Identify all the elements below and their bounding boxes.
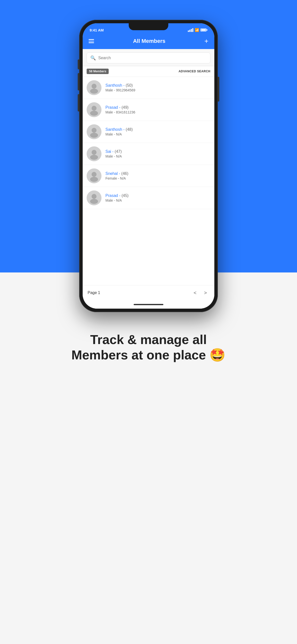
pagination-bar: Page 1 < > — [83, 285, 214, 300]
search-container: 🔍 — [83, 49, 214, 66]
avatar — [87, 190, 101, 205]
member-detail: Male - 8341611236 — [105, 110, 210, 114]
list-item[interactable]: Prasad - (49) Male - 8341611236 — [83, 99, 214, 121]
list-item[interactable]: Sai - (47) Male - N/A — [83, 143, 214, 165]
app-header: All Members + — [83, 35, 214, 49]
member-info: Santhosh - (48) Male - N/A — [105, 127, 210, 136]
list-item[interactable]: Snehal - (46) Female - N/A — [83, 165, 214, 187]
member-name: Snehal - (46) — [105, 172, 210, 176]
avatar — [87, 80, 101, 95]
volume-down-button — [78, 94, 79, 112]
svg-point-2 — [92, 106, 96, 111]
svg-point-11 — [90, 199, 98, 204]
tagline-text: Track & manage allMembers at one place 🤩 — [71, 332, 226, 363]
page-label: Page 1 — [88, 290, 100, 295]
member-info: Prasad - (45) Male - N/A — [105, 194, 210, 202]
member-name: Santhosh - (48) — [105, 127, 210, 132]
page-title: All Members — [133, 38, 165, 44]
next-page-button[interactable]: > — [202, 289, 209, 297]
avatar — [87, 146, 101, 161]
phone-screen: 9:41 AM 📶 — [83, 23, 214, 308]
member-name: Sai - (47) — [105, 149, 210, 154]
add-member-button[interactable]: + — [204, 38, 208, 44]
power-button — [218, 77, 219, 102]
member-detail: Male - 9912964569 — [105, 88, 210, 92]
list-item[interactable]: Santhosh - (50) Male - 9912964569 — [83, 77, 214, 99]
notch — [129, 23, 168, 30]
avatar — [87, 124, 101, 139]
member-name: Prasad - (45) — [105, 194, 210, 198]
status-icons: 📶 — [188, 28, 207, 32]
signal-icon — [188, 28, 193, 32]
member-name: Prasad - (49) — [105, 105, 210, 110]
list-item[interactable]: Santhosh - (48) Male - N/A — [83, 121, 214, 143]
home-indicator — [83, 300, 214, 308]
members-count-badge: 58 Members — [87, 68, 109, 74]
member-detail: Male - N/A — [105, 154, 210, 158]
members-bar: 58 Members ADVANCED SEARCH — [83, 66, 214, 77]
avatar — [87, 168, 101, 183]
svg-point-0 — [92, 84, 96, 89]
home-bar — [134, 304, 163, 305]
member-info: Prasad - (49) Male - 8341611236 — [105, 105, 210, 114]
phone-frame: 9:41 AM 📶 — [79, 20, 218, 312]
member-info: Sai - (47) Male - N/A — [105, 149, 210, 158]
member-info: Santhosh - (50) Male - 9912964569 — [105, 83, 210, 92]
svg-point-1 — [90, 89, 98, 94]
svg-point-6 — [92, 150, 96, 155]
avatar — [87, 102, 101, 117]
hamburger-menu-button[interactable] — [89, 39, 94, 43]
svg-point-8 — [92, 172, 96, 177]
status-time: 9:41 AM — [90, 28, 104, 32]
search-input[interactable] — [98, 56, 207, 60]
member-detail: Male - N/A — [105, 132, 210, 136]
svg-point-3 — [90, 111, 98, 116]
wifi-icon: 📶 — [195, 28, 199, 32]
search-bar[interactable]: 🔍 — [87, 52, 210, 64]
svg-point-7 — [90, 155, 98, 160]
volume-up-button — [78, 73, 79, 90]
volume-mute-button — [78, 60, 79, 69]
member-name: Santhosh - (50) — [105, 83, 210, 88]
page-navigation: < > — [191, 289, 209, 297]
member-detail: Female - N/A — [105, 176, 210, 180]
member-info: Snehal - (46) Female - N/A — [105, 172, 210, 180]
tagline-section: Track & manage allMembers at one place 🤩 — [47, 312, 251, 363]
svg-point-4 — [92, 128, 96, 133]
svg-point-10 — [92, 194, 96, 199]
svg-point-5 — [90, 133, 98, 138]
member-detail: Male - N/A — [105, 198, 210, 202]
prev-page-button[interactable]: < — [191, 289, 199, 297]
battery-icon — [201, 28, 207, 32]
svg-point-9 — [90, 177, 98, 182]
member-list: Santhosh - (50) Male - 9912964569 — [83, 77, 214, 285]
list-item[interactable]: Prasad - (45) Male - N/A — [83, 187, 214, 209]
search-icon: 🔍 — [90, 55, 96, 61]
advanced-search-button[interactable]: ADVANCED SEARCH — [178, 70, 210, 73]
phone-wrapper: 9:41 AM 📶 — [79, 20, 218, 312]
